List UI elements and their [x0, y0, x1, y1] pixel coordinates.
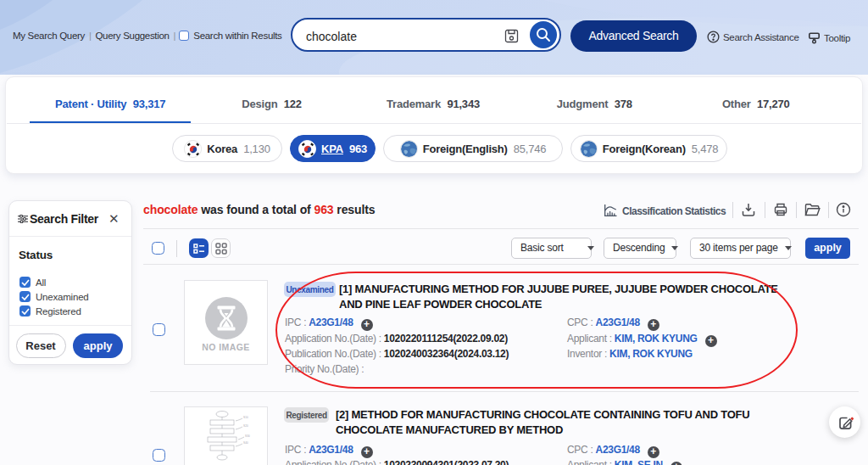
svg-text:S10: S10 [243, 416, 248, 419]
svg-text:S20: S20 [243, 424, 248, 428]
svg-text:S30: S30 [245, 434, 250, 438]
svg-text:S40: S40 [243, 441, 248, 445]
